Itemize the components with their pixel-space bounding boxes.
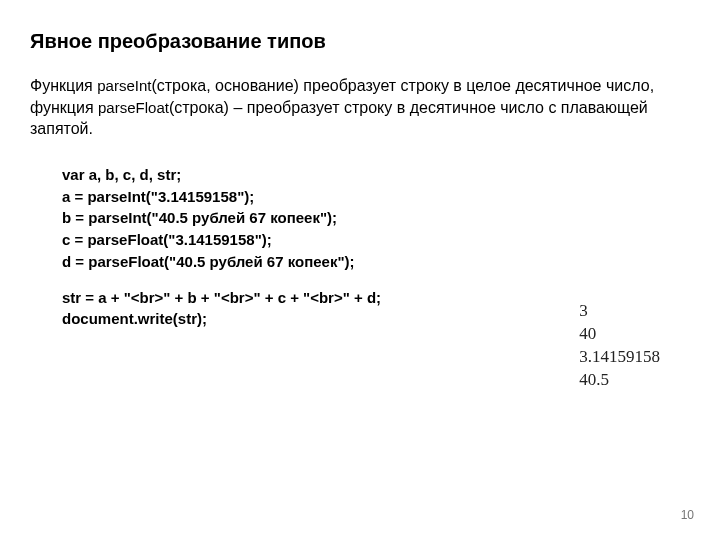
function-name: parseInt [97,77,151,94]
output-line: 3 [579,300,660,323]
blank-line [62,273,690,287]
text-fragment: Функция [30,77,97,94]
output-line: 40.5 [579,369,660,392]
output-line: 3.14159158 [579,346,660,369]
code-line: d = parseFloat("40.5 рублей 67 копеек"); [62,251,690,273]
page-number: 10 [681,508,694,522]
code-line: c = parseFloat("3.14159158"); [62,229,690,251]
code-line: a = parseInt("3.14159158"); [62,186,690,208]
code-line: var a, b, c, d, str; [62,164,690,186]
description-paragraph: Функция parseInt(строка, основание) прео… [30,75,690,140]
slide-heading: Явное преобразование типов [30,30,690,53]
output-panel: 3 40 3.14159158 40.5 [579,300,660,392]
output-line: 40 [579,323,660,346]
function-name: parseFloat [98,99,169,116]
code-line: b = parseInt("40.5 рублей 67 копеек"); [62,207,690,229]
